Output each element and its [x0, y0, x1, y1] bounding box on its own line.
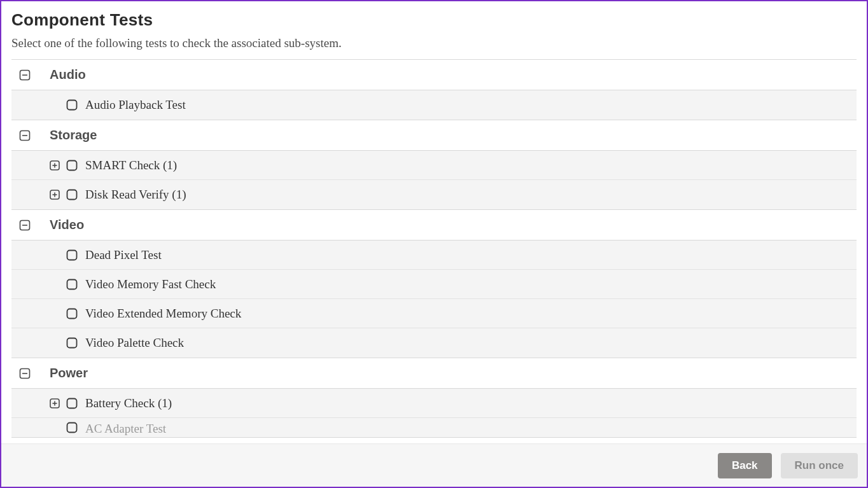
- expand-icon[interactable]: [50, 190, 60, 200]
- test-label: Video Palette Check: [85, 336, 184, 350]
- test-checkbox[interactable]: [66, 422, 78, 433]
- page-subtitle: Select one of the following tests to che…: [1, 36, 867, 59]
- svg-rect-16: [67, 279, 77, 289]
- test-checkbox[interactable]: [66, 249, 78, 261]
- category-header-audio[interactable]: Audio: [11, 60, 857, 90]
- expand-spacer: [50, 250, 60, 260]
- test-list-video: Dead Pixel TestVideo Memory Fast CheckVi…: [11, 241, 857, 358]
- back-button[interactable]: Back: [718, 453, 772, 478]
- test-label: Video Extended Memory Check: [85, 307, 241, 321]
- page-title: Component Tests: [1, 10, 867, 36]
- test-label: AC Adapter Test: [85, 422, 166, 436]
- category-header-power[interactable]: Power: [11, 358, 857, 389]
- test-label: Battery Check (1): [85, 396, 172, 410]
- test-label: Disk Read Verify (1): [85, 188, 186, 202]
- test-checkbox[interactable]: [66, 398, 78, 409]
- svg-rect-24: [67, 398, 77, 408]
- test-row[interactable]: Video Palette Check: [11, 328, 857, 358]
- app-frame: Component Tests Select one of the follow…: [0, 0, 868, 488]
- test-list-storage: SMART Check (1)Disk Read Verify (1): [11, 151, 857, 210]
- test-row[interactable]: AC Adapter Test: [11, 418, 857, 437]
- test-row[interactable]: Video Memory Fast Check: [11, 270, 857, 299]
- test-row[interactable]: SMART Check (1): [11, 151, 857, 180]
- svg-rect-18: [67, 338, 77, 348]
- test-checkbox[interactable]: [66, 337, 78, 349]
- category-title: Audio: [50, 67, 86, 82]
- test-label: SMART Check (1): [85, 158, 177, 172]
- test-row[interactable]: Dead Pixel Test: [11, 241, 857, 270]
- svg-rect-12: [67, 190, 77, 200]
- run-once-button[interactable]: Run once: [781, 453, 858, 478]
- test-row[interactable]: Video Extended Memory Check: [11, 299, 857, 328]
- expand-icon[interactable]: [50, 160, 60, 171]
- test-row[interactable]: Disk Read Verify (1): [11, 180, 857, 209]
- test-tree: AudioAudio Playback TestStorageSMART Che…: [11, 60, 857, 438]
- expand-spacer: [50, 279, 60, 289]
- test-row[interactable]: Battery Check (1): [11, 389, 857, 418]
- footer-bar: Back Run once: [1, 443, 867, 487]
- collapse-icon[interactable]: [19, 130, 31, 141]
- svg-rect-8: [67, 160, 77, 170]
- category-header-video[interactable]: Video: [11, 210, 857, 241]
- expand-spacer: [50, 422, 60, 432]
- collapse-icon[interactable]: [19, 69, 31, 81]
- svg-rect-25: [67, 423, 77, 433]
- expand-spacer: [50, 338, 60, 348]
- test-list-power: Battery Check (1)AC Adapter Test: [11, 389, 857, 438]
- category-title: Storage: [50, 128, 97, 143]
- expand-spacer: [50, 100, 60, 110]
- test-list-audio: Audio Playback Test: [11, 90, 857, 120]
- expand-icon[interactable]: [50, 398, 60, 408]
- svg-rect-15: [67, 250, 77, 260]
- category-title: Power: [50, 366, 88, 380]
- collapse-icon[interactable]: [19, 368, 31, 379]
- svg-rect-17: [67, 309, 77, 318]
- test-checkbox[interactable]: [66, 189, 78, 200]
- test-checkbox[interactable]: [66, 99, 78, 111]
- test-checkbox[interactable]: [66, 279, 78, 290]
- test-label: Video Memory Fast Check: [85, 277, 216, 291]
- category-header-storage[interactable]: Storage: [11, 120, 857, 151]
- test-row[interactable]: Audio Playback Test: [11, 90, 857, 120]
- expand-spacer: [50, 309, 60, 319]
- test-checkbox[interactable]: [66, 160, 78, 171]
- collapse-icon[interactable]: [19, 220, 31, 231]
- content-area: Component Tests Select one of the follow…: [1, 1, 867, 443]
- test-checkbox[interactable]: [66, 308, 78, 319]
- test-label: Audio Playback Test: [85, 98, 186, 112]
- test-label: Dead Pixel Test: [85, 248, 162, 262]
- category-title: Video: [50, 218, 84, 232]
- svg-rect-2: [67, 101, 77, 110]
